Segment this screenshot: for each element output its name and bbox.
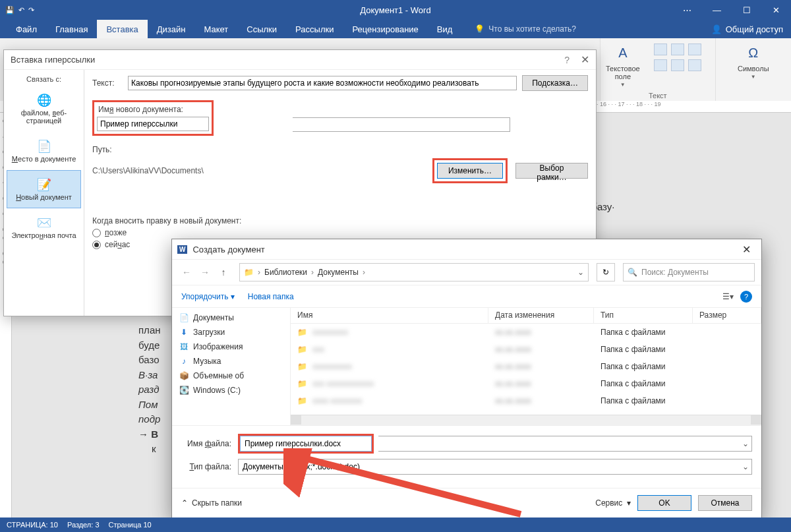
tree-cdrive[interactable]: 💽Windows (C:) — [179, 383, 283, 398]
maximize-icon[interactable]: ☐ — [732, 0, 761, 20]
undo-icon[interactable]: ↶ — [18, 6, 24, 15]
redo-icon[interactable]: ↷ — [28, 6, 34, 15]
change-path-button[interactable]: Изменить… — [437, 163, 503, 179]
link-email[interactable]: ✉️ Электронная почта — [7, 208, 81, 247]
tab-review[interactable]: Рецензирование — [343, 20, 427, 38]
tab-design[interactable]: Дизайн — [148, 20, 195, 38]
breadcrumb[interactable]: 📁 › Библиотеки › Документы › ⌄ — [239, 263, 589, 281]
tree-documents[interactable]: 📄Документы — [179, 310, 283, 325]
display-text-input[interactable] — [128, 76, 517, 90]
textbox-button[interactable]: A Текстовое поле ▼ — [606, 42, 640, 88]
hide-folders-toggle[interactable]: ⌃ Скрыть папки — [181, 498, 242, 508]
symbols-button[interactable]: Ω Символы ▼ — [721, 42, 786, 80]
screentip-button[interactable]: Подсказка… — [522, 75, 588, 91]
tree-volumes[interactable]: 📦Объемные об — [179, 369, 283, 383]
filename-input[interactable]: Пример гиперссылки.docx — [240, 436, 372, 452]
new-doc-name-input[interactable] — [97, 117, 209, 131]
link-new-document[interactable]: 📝 Новый документ — [7, 170, 81, 208]
target-frame-button[interactable]: Выбор рамки… — [515, 163, 588, 179]
quick-parts-icon[interactable] — [654, 44, 667, 55]
tree-pictures[interactable]: 🖼Изображения — [179, 340, 283, 354]
tab-mailings[interactable]: Рассылки — [286, 20, 343, 38]
filename-value: Пример гиперссылки.docx — [245, 439, 341, 448]
filename-input-ext[interactable]: ⌄ — [378, 436, 752, 452]
type-cell: Папка с файлами — [594, 345, 693, 354]
tab-layout[interactable]: Макет — [194, 20, 237, 38]
search-input[interactable]: 🔍 Поиск: Документы — [623, 263, 755, 281]
status-section[interactable]: Раздел: 3 — [67, 521, 100, 529]
chevron-down-icon[interactable]: ⌄ — [742, 439, 749, 448]
share-button[interactable]: 👤 Общий доступ — [711, 24, 783, 34]
up-icon[interactable]: ↑ — [216, 264, 231, 280]
tab-references[interactable]: Ссылки — [237, 20, 286, 38]
date-icon[interactable] — [671, 59, 684, 71]
link-place-in-doc[interactable]: 📄 Место в документе — [7, 132, 81, 170]
file-row[interactable]: 📁xxxxxxxxxx xx.xx.xxxxПапка с файлами — [291, 358, 761, 375]
doc-line: разд — [138, 382, 161, 398]
new-folder-button[interactable]: Новая папка — [248, 292, 294, 301]
close-icon[interactable]: ✕ — [761, 0, 791, 20]
chevron-down-icon[interactable]: ⌄ — [742, 462, 749, 471]
type-cell: Папка с файлами — [594, 396, 693, 405]
doc-line: базо — [138, 353, 161, 368]
create-dialog-titlebar[interactable]: W Создать документ ✕ — [172, 239, 761, 259]
view-options-icon[interactable]: ☰▾ — [722, 292, 734, 301]
object-icon[interactable] — [688, 59, 701, 71]
folder-icon: 📁 — [297, 362, 307, 371]
file-row[interactable]: 📁xxx xxxxxxxxxxxx xx.xx.xxxxПапка с файл… — [291, 375, 761, 392]
file-row[interactable]: 📁xxxx xxxxxxxx xx.xx.xxxxПапка с файлами — [291, 392, 761, 409]
filename-label: Имя файла: — [181, 439, 231, 448]
col-name[interactable]: Имя — [291, 308, 488, 323]
col-size[interactable]: Размер — [693, 308, 761, 323]
col-type[interactable]: Тип — [594, 308, 693, 323]
col-date[interactable]: Дата изменения — [488, 308, 594, 323]
type-cell: Папка с файлами — [594, 379, 693, 388]
dropcap-icon[interactable] — [688, 44, 701, 55]
signature-icon[interactable] — [654, 59, 667, 71]
back-icon[interactable]: ← — [179, 264, 194, 280]
link-existing-file[interactable]: 🌐 файлом, веб-страницей — [7, 86, 81, 132]
radio-icon — [92, 241, 101, 249]
tab-view[interactable]: Вид — [428, 20, 462, 38]
horizontal-scrollbar[interactable] — [291, 415, 761, 425]
help-icon[interactable]: ? — [740, 291, 752, 303]
edit-later-radio[interactable]: позже — [92, 228, 588, 237]
tools-menu[interactable]: Сервис ▾ — [595, 498, 631, 508]
help-icon[interactable]: ? — [564, 55, 570, 65]
chevron-down-icon[interactable]: ⌄ — [577, 268, 584, 277]
close-icon[interactable]: ✕ — [581, 53, 589, 66]
status-page[interactable]: СТРАНИЦА: 10 — [7, 521, 58, 529]
forward-icon[interactable]: → — [197, 264, 213, 280]
tab-file[interactable]: Файл — [7, 20, 46, 38]
doc-line: план — [138, 323, 161, 338]
file-row[interactable]: 📁xxx xx.xx.xxxxПапка с файлами — [291, 341, 761, 358]
file-row[interactable]: 📁xxxxxxxxx xx.xx.xxxxПапка с файлами — [291, 324, 761, 341]
filetype-select[interactable]: Документы (*.docx;*.docm;*.doc) ⌄ — [238, 459, 752, 475]
refresh-button[interactable]: ↻ — [597, 263, 615, 281]
email-icon: ✉️ — [10, 216, 78, 230]
save-icon[interactable]: 💾 — [5, 6, 15, 15]
tell-me-search[interactable]: 💡 Что вы хотите сделать? — [475, 24, 576, 34]
textbox-label: Текстовое поле — [606, 65, 640, 80]
status-page-of[interactable]: Страница 10 — [109, 521, 152, 529]
tab-insert[interactable]: Вставка — [97, 20, 147, 38]
tell-me-label: Что вы хотите сделать? — [488, 24, 576, 34]
share-label: Общий доступ — [726, 24, 783, 34]
wordart-icon[interactable] — [671, 44, 684, 55]
volumes-icon: 📦 — [179, 370, 189, 381]
doc-snippet: план буде базо В·за разд Пом подр → В к — [138, 323, 161, 457]
organize-menu[interactable]: Упорядочить ▾ — [181, 292, 235, 301]
tree-music[interactable]: ♪Музыка — [179, 354, 283, 369]
breadcrumb-item[interactable]: Документы — [318, 268, 359, 277]
ok-button[interactable]: OK — [637, 495, 691, 511]
close-icon[interactable]: ✕ — [736, 243, 756, 256]
dialog-titlebar[interactable]: Вставка гиперссылки ? ✕ — [4, 50, 596, 70]
ribbon-group-text: A Текстовое поле ▼ Текст — [600, 38, 715, 101]
minimize-icon[interactable]: — — [702, 0, 732, 20]
tab-home[interactable]: Главная — [46, 20, 97, 38]
breadcrumb-item[interactable]: Библиотеки — [264, 268, 307, 277]
cancel-button[interactable]: Отмена — [698, 495, 752, 511]
tree-downloads[interactable]: ⬇Загрузки — [179, 325, 283, 340]
ribbon-options-icon[interactable]: ⋯ — [672, 0, 702, 20]
doc-line: В — [151, 429, 158, 440]
